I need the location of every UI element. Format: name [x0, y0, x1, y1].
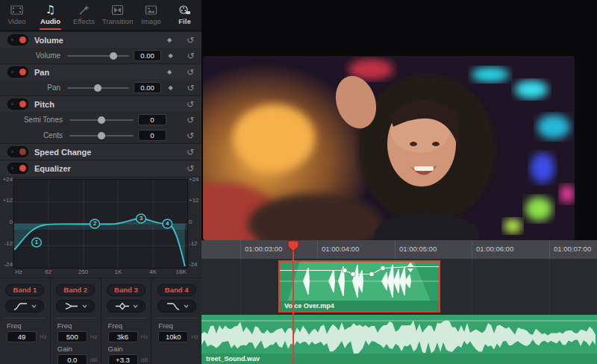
- eq-band4-column: Band 4 Freq 10k0 Hz: [151, 278, 201, 364]
- tab-label: Effects: [73, 17, 95, 25]
- band3-filter-select[interactable]: [107, 300, 146, 313]
- tab-audio[interactable]: ♫ Audio: [34, 0, 67, 30]
- film-strip-icon: [10, 4, 23, 16]
- video-frame-image: [203, 56, 575, 240]
- volume-row-label: Volume: [0, 51, 67, 60]
- gain-unit: dB: [141, 357, 149, 363]
- band2-gain-value[interactable]: 0.0: [57, 354, 87, 364]
- tab-image[interactable]: Image: [134, 0, 168, 30]
- tab-video[interactable]: Video: [0, 0, 34, 30]
- pan-toggle[interactable]: [7, 66, 28, 78]
- low-shelf-filter-icon: [63, 301, 80, 311]
- cents-row: Cents 0 ↺: [0, 128, 201, 143]
- playhead-line[interactable]: [293, 240, 294, 364]
- volume-value[interactable]: 0.00: [134, 50, 161, 61]
- clip-name-label: treet_Sound.wav: [201, 354, 597, 364]
- reset-icon[interactable]: ↺: [179, 163, 201, 174]
- eq-band2-column: Band 2 Freq 500 Hz Gain 0.0: [50, 278, 101, 364]
- chevron-down-icon: [184, 304, 189, 308]
- eq-bands-panel: Band 1 Freq 49 Hz Band 2: [0, 277, 201, 364]
- equalizer-section-header[interactable]: Equalizer ↺: [0, 160, 201, 176]
- band1-button[interactable]: Band 1: [5, 284, 44, 296]
- svg-text:1: 1: [35, 239, 38, 246]
- band4-button[interactable]: Band 4: [157, 284, 196, 296]
- pitch-section-header[interactable]: Pitch ↺: [0, 95, 201, 112]
- tab-transition[interactable]: Transition: [101, 0, 134, 30]
- clip-street-sound[interactable]: treet_Sound.wav: [201, 315, 597, 364]
- application-window: 01:00:03:00 01:00:04:00 01:00:05:00 01:0…: [0, 0, 597, 364]
- eq-ytick: +12: [1, 197, 13, 204]
- reset-icon[interactable]: ↺: [180, 51, 201, 61]
- ruler-tick: [549, 240, 550, 259]
- reset-icon[interactable]: ↺: [179, 147, 201, 157]
- band2-button[interactable]: Band 2: [56, 284, 95, 296]
- eq-band-markers: 1 2 3 4: [32, 214, 172, 247]
- timecode-label: 01:00:07:00: [554, 245, 591, 253]
- tab-label: Video: [7, 17, 25, 25]
- tab-label: File: [178, 17, 190, 25]
- volume-slider[interactable]: [67, 51, 129, 60]
- eq-xtick: 4K: [149, 269, 157, 275]
- band2-freq-value[interactable]: 500: [57, 331, 87, 342]
- semi-tones-slider[interactable]: [69, 116, 134, 125]
- eq-ytick: +24: [1, 176, 13, 183]
- band1-freq-value[interactable]: 49: [7, 331, 37, 342]
- pan-section-header[interactable]: Pan ◆ ↺: [0, 63, 201, 80]
- pan-row: Pan 0.00 ◆ ↺: [0, 80, 201, 95]
- cents-value[interactable]: 0: [138, 130, 166, 141]
- timeline-ruler[interactable]: 01:00:03:00 01:00:04:00 01:00:05:00 01:0…: [201, 240, 597, 260]
- svg-text:3: 3: [140, 216, 143, 222]
- tab-file[interactable]: File: [168, 0, 201, 30]
- eq-ytick: -12: [1, 240, 13, 247]
- reset-icon[interactable]: ↺: [179, 115, 201, 125]
- eq-ytick: -24: [189, 261, 201, 268]
- video-preview[interactable]: [203, 56, 575, 240]
- chevron-down-icon: [82, 304, 87, 308]
- freq-label: Freq: [158, 321, 201, 330]
- keyframe-icon[interactable]: ◆: [161, 52, 180, 59]
- cents-slider[interactable]: [69, 131, 134, 140]
- band3-button[interactable]: Band 3: [107, 284, 146, 296]
- pan-value[interactable]: 0.00: [134, 82, 161, 93]
- playhead-head[interactable]: [287, 240, 300, 252]
- eq-plot-area[interactable]: 1 2 3 4: [13, 179, 188, 269]
- keyframe-icon[interactable]: ◆: [161, 84, 180, 91]
- timecode-label: 01:00:03:00: [245, 245, 282, 253]
- timeline-tracks[interactable]: Voice Over.mp4 treet_Sound.wav: [201, 259, 597, 364]
- reset-icon[interactable]: ↺: [180, 83, 201, 93]
- speed-change-toggle[interactable]: [7, 146, 28, 157]
- band3-freq-value[interactable]: 3k6: [108, 331, 138, 342]
- band4-filter-select[interactable]: [157, 300, 196, 313]
- eq-x-axis: Hz 62 250 1K 4K 16K: [13, 269, 188, 277]
- pitch-toggle[interactable]: [7, 98, 28, 110]
- volume-toggle[interactable]: [7, 34, 28, 46]
- speed-change-section-header[interactable]: Speed Change ↺: [0, 143, 201, 160]
- reset-icon[interactable]: ↺: [179, 131, 201, 141]
- band2-filter-select[interactable]: [56, 300, 95, 313]
- speed-change-title: Speed Change: [34, 148, 91, 157]
- image-icon: [145, 4, 157, 16]
- ruler-tick: [395, 240, 396, 259]
- eq-ytick: -12: [189, 240, 201, 247]
- freq-label: Freq: [57, 321, 101, 330]
- clip-voice-over[interactable]: Voice Over.mp4: [278, 260, 440, 313]
- band4-freq-value[interactable]: 10k0: [158, 331, 188, 342]
- volume-section-title: Volume: [34, 36, 63, 45]
- equalizer-graph[interactable]: +24 +12 0 -12 -24 +24 +12 0 -12 -24: [0, 176, 201, 277]
- volume-section-header[interactable]: Volume ◆ ↺: [0, 31, 201, 48]
- gain-unit: dB: [90, 357, 98, 363]
- keyframe-icon[interactable]: ◆: [160, 37, 179, 43]
- tab-effects[interactable]: Effects: [67, 0, 101, 30]
- pan-row-label: Pan: [0, 84, 67, 92]
- reset-icon[interactable]: ↺: [179, 35, 201, 46]
- keyframe-icon[interactable]: ◆: [160, 69, 179, 75]
- band1-filter-select[interactable]: [5, 300, 44, 313]
- equalizer-toggle[interactable]: [7, 163, 28, 174]
- timecode-label: 01:00:06:00: [476, 245, 513, 253]
- band3-gain-value[interactable]: +3.3: [108, 354, 138, 364]
- reset-icon[interactable]: ↺: [179, 67, 201, 78]
- semi-tones-label: Semi Tones: [0, 116, 69, 124]
- semi-tones-value[interactable]: 0: [138, 114, 166, 125]
- pan-slider[interactable]: [67, 84, 129, 92]
- reset-icon[interactable]: ↺: [179, 99, 201, 110]
